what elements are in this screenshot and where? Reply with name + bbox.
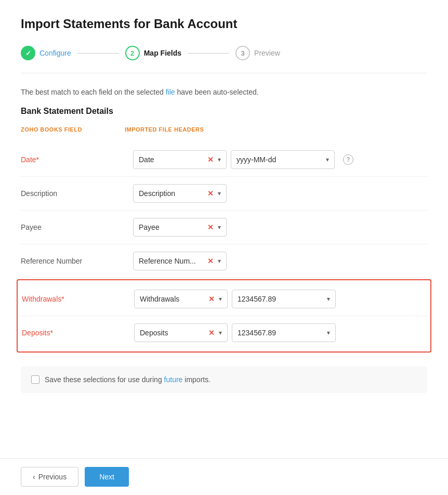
field-label-date: Date* [21, 155, 125, 164]
previous-icon: ‹ [33, 473, 35, 481]
step-preview[interactable]: 3 Preview [235, 46, 280, 60]
withdrawals-select-text: Withdrawals [140, 295, 204, 303]
withdrawals-chevron-icon[interactable]: ▾ [219, 295, 222, 303]
date-select-text: Date [139, 155, 203, 164]
field-input-reference-number: Reference Num... ✕ ▾ [133, 252, 227, 270]
section-title: Bank Statement Details [21, 107, 427, 116]
previous-label: Previous [38, 473, 67, 481]
deposits-format-select[interactable]: 1234567.89 ▾ [232, 323, 336, 342]
step-map-fields-label: Map Fields [144, 49, 181, 57]
date-format-text: yyyy-MM-dd [236, 155, 322, 164]
save-label-link: future [164, 375, 183, 384]
date-help-icon[interactable]: ? [343, 154, 353, 165]
field-row-deposits: Deposits* Deposits ✕ ▾ 1234567.89 ▾ [18, 316, 430, 349]
field-row-description: Description Description ✕ ▾ [21, 177, 427, 211]
field-row-reference-number: Reference Number Reference Num... ✕ ▾ [21, 244, 427, 278]
field-input-payee: Payee ✕ ▾ [133, 218, 227, 237]
withdrawals-format-chevron-icon[interactable]: ▾ [327, 295, 330, 303]
field-row-withdrawals: Withdrawals* Withdrawals ✕ ▾ 1234567.89 … [18, 282, 430, 316]
deposits-select[interactable]: Deposits ✕ ▾ [134, 323, 228, 342]
step-connector-1 [77, 53, 119, 54]
payee-select[interactable]: Payee ✕ ▾ [133, 218, 227, 237]
description-clear-icon[interactable]: ✕ [207, 189, 214, 198]
deposits-format-chevron-icon[interactable]: ▾ [327, 329, 330, 336]
reference-clear-icon[interactable]: ✕ [207, 257, 214, 265]
save-section: Save these selections for use during fut… [21, 366, 427, 393]
date-clear-icon[interactable]: ✕ [207, 155, 214, 164]
deposits-format-text: 1234567.89 [238, 329, 323, 337]
col-header-imported: IMPORTED FILE HEADERS [125, 126, 249, 133]
deposits-chevron-icon[interactable]: ▾ [219, 329, 222, 336]
withdrawals-clear-icon[interactable]: ✕ [208, 295, 215, 303]
payee-clear-icon[interactable]: ✕ [207, 223, 214, 231]
highlighted-section: Withdrawals* Withdrawals ✕ ▾ 1234567.89 … [17, 279, 431, 353]
footer: ‹ Previous Next [0, 458, 448, 495]
date-chevron-icon[interactable]: ▾ [218, 156, 221, 163]
deposits-select-text: Deposits [140, 329, 204, 337]
step-map-fields[interactable]: 2 Map Fields [125, 46, 181, 60]
withdrawals-format-text: 1234567.89 [238, 295, 323, 303]
payee-chevron-icon[interactable]: ▾ [218, 224, 221, 231]
description-select-text: Description [139, 189, 203, 198]
date-format-chevron-icon[interactable]: ▾ [326, 156, 329, 163]
field-label-deposits: Deposits* [22, 329, 126, 337]
info-text-link: file [166, 88, 175, 96]
description-select[interactable]: Description ✕ ▾ [133, 184, 227, 203]
withdrawals-select[interactable]: Withdrawals ✕ ▾ [134, 290, 228, 308]
field-row-date: Date* Date ✕ ▾ yyyy-MM-dd ▾ ? [21, 143, 427, 177]
date-format-select[interactable]: yyyy-MM-dd ▾ [231, 150, 335, 169]
column-headers: ZOHO BOOKS FIELD IMPORTED FILE HEADERS [21, 126, 427, 137]
step-configure-circle: ✓ [21, 46, 35, 60]
field-label-reference-number: Reference Number [21, 257, 125, 265]
deposits-clear-icon[interactable]: ✕ [208, 329, 215, 337]
col-header-zoho: ZOHO BOOKS FIELD [21, 126, 125, 133]
field-input-date: Date ✕ ▾ yyyy-MM-dd ▾ ? [133, 150, 353, 169]
fields-area: Date* Date ✕ ▾ yyyy-MM-dd ▾ ? Descriptio… [21, 143, 427, 393]
step-preview-label: Preview [254, 49, 280, 57]
info-text: The best match to each field on the sele… [21, 88, 427, 96]
payee-select-text: Payee [139, 223, 203, 231]
previous-button[interactable]: ‹ Previous [21, 467, 78, 487]
field-row-payee: Payee Payee ✕ ▾ [21, 211, 427, 244]
step-map-fields-circle: 2 [125, 46, 140, 60]
step-configure[interactable]: ✓ Configure [21, 46, 71, 60]
next-button[interactable]: Next [85, 467, 129, 487]
reference-select-text: Reference Num... [139, 257, 203, 265]
reference-select[interactable]: Reference Num... ✕ ▾ [133, 252, 227, 270]
reference-chevron-icon[interactable]: ▾ [218, 257, 221, 265]
field-input-deposits: Deposits ✕ ▾ 1234567.89 ▾ [134, 323, 336, 342]
page-title: Import Statements for Bank Account [21, 17, 427, 31]
step-preview-circle: 3 [235, 46, 250, 60]
save-label: Save these selections for use during fut… [45, 375, 210, 384]
save-checkbox[interactable] [31, 375, 39, 384]
next-label: Next [99, 473, 114, 481]
step-configure-label: Configure [39, 49, 71, 57]
withdrawals-format-select[interactable]: 1234567.89 ▾ [232, 290, 336, 308]
step-connector-2 [188, 53, 229, 54]
field-label-description: Description [21, 189, 125, 198]
field-label-withdrawals: Withdrawals* [22, 295, 126, 303]
stepper: ✓ Configure 2 Map Fields 3 Preview [21, 46, 427, 73]
field-input-withdrawals: Withdrawals ✕ ▾ 1234567.89 ▾ [134, 290, 336, 308]
field-input-description: Description ✕ ▾ [133, 184, 227, 203]
description-chevron-icon[interactable]: ▾ [218, 190, 221, 197]
field-label-payee: Payee [21, 223, 125, 231]
date-select[interactable]: Date ✕ ▾ [133, 150, 227, 169]
